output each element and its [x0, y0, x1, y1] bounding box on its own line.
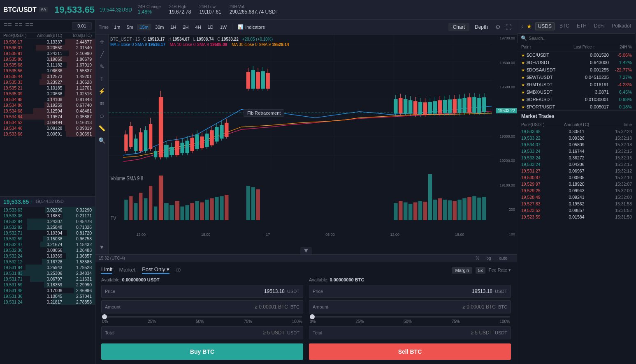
favorites-star[interactable]: ★ [527, 23, 532, 30]
bid-row[interactable]: 19,531.360.100452.57041 [0, 293, 95, 299]
buy-button[interactable]: Buy BTC [101, 343, 303, 360]
interval-4h[interactable]: 4H [193, 24, 204, 30]
buy-total-input[interactable] [125, 330, 285, 336]
trade-info-icon[interactable]: ⓘ [176, 267, 181, 273]
sell-pct-100[interactable]: 100% [499, 319, 510, 324]
sell-slider-thumb[interactable] [310, 314, 315, 319]
bid-row[interactable]: 19,533.630.022900.02290 [0, 207, 95, 213]
gear-icon[interactable]: ⚙ [493, 23, 503, 31]
emoji-tool[interactable]: ☺ [97, 111, 107, 121]
bid-row[interactable]: 19,532.120.167281.53585 [0, 259, 95, 265]
indicators-btn[interactable]: 📊 Indicators [235, 23, 268, 30]
interval-15m[interactable]: 15m [137, 24, 151, 30]
bid-row[interactable]: 19,531.830.253062.04834 [0, 270, 95, 276]
ob-icon-bids[interactable] [25, 23, 34, 29]
ob-icon-all[interactable] [3, 23, 12, 29]
tab-limit[interactable]: Limit [101, 266, 112, 274]
tab-post-only[interactable]: Post Only ▾ [142, 266, 169, 274]
interval-1d[interactable]: 1D [205, 24, 216, 30]
currency-tab-usds[interactable]: USDS [535, 22, 555, 30]
pair-list-item[interactable]: ★$CC/USDT0.001520-5.06% [517, 51, 636, 59]
currency-tab-polkadot[interactable]: Polkadot [609, 22, 634, 30]
bid-row[interactable]: 19,531.480.170062.46996 [0, 288, 95, 293]
ask-row[interactable]: 19,533.660.006910.00691 [0, 131, 95, 137]
currency-tab-eth[interactable]: ETH [574, 22, 589, 30]
tab-chart[interactable]: Chart [448, 23, 469, 31]
pair-list-item[interactable]: ★$DOSA/USDT0.001255-22.77% [517, 66, 636, 74]
bid-row[interactable]: 19,532.940.243070.45478 [0, 219, 95, 224]
tab-depth[interactable]: Depth [470, 23, 492, 31]
bid-row[interactable]: 19,531.710.067972.11631 [0, 276, 95, 282]
ask-row[interactable]: 19,535.440.125731.49201 [0, 74, 95, 79]
ask-row[interactable]: 19,535.560.066361.55837 [0, 68, 95, 74]
interval-5m[interactable]: 5m [124, 24, 136, 30]
buy-price-input[interactable] [125, 288, 285, 294]
bid-row[interactable]: 19,533.060.188810.21171 [0, 213, 95, 219]
crosshair-tool[interactable]: ✛ [97, 37, 107, 47]
ask-row[interactable]: 19,535.800.196601.86679 [0, 56, 95, 62]
buy-amount-input[interactable] [125, 304, 288, 310]
ask-row[interactable]: 19,535.090.206681.02516 [0, 91, 95, 97]
interval-30m[interactable]: 30m [152, 24, 167, 30]
pattern-tool[interactable]: ≋ [97, 99, 107, 108]
bid-row[interactable]: 19,531.940.259431.79528 [0, 265, 95, 270]
interval-1m[interactable]: 1m [111, 24, 123, 30]
buy-slider-thumb[interactable] [102, 314, 107, 319]
tab-market[interactable]: Market [119, 267, 135, 274]
depth-input[interactable] [72, 22, 92, 30]
buy-pct-75[interactable]: 75% [244, 319, 252, 324]
ask-row[interactable]: 19,535.680.111821.67019 [0, 62, 95, 68]
sell-pct-75[interactable]: 75% [452, 319, 460, 324]
draw-tool[interactable]: ✎ [97, 62, 107, 71]
ask-row[interactable]: 19,534.460.091280.09819 [0, 125, 95, 131]
draw-line-tool[interactable]: ╱ [97, 49, 107, 59]
zoom-in-tool[interactable]: 🔍 [97, 136, 107, 145]
sell-amount-input[interactable] [332, 304, 496, 310]
nav-arrow-left[interactable]: ‹ [521, 23, 523, 30]
pair-list-item[interactable]: ★$ORE/USDT0.010300010.98% [517, 96, 636, 103]
ask-row[interactable]: 19,534.980.141080.81848 [0, 97, 95, 102]
buy-pct-25[interactable]: 25% [148, 319, 156, 324]
buy-slider-track[interactable] [102, 316, 302, 318]
ask-row[interactable]: 19,535.330.239271.36628 [0, 79, 95, 85]
sell-pct-0[interactable]: 0% [310, 319, 316, 324]
interval-1h[interactable]: 1H [167, 24, 179, 30]
leverage-btn[interactable]: 5x [476, 267, 485, 274]
currency-tab-btc[interactable]: BTC [557, 22, 572, 30]
ask-row[interactable]: 19,536.170.133372.44877 [0, 39, 95, 45]
currency-tab-defi[interactable]: DeFi [592, 22, 607, 30]
buy-pct-100[interactable]: 100% [292, 319, 302, 324]
bid-row[interactable]: 19,531.590.183592.29990 [0, 282, 95, 288]
scroll-down-btn[interactable]: ▼ [300, 247, 312, 254]
ask-row[interactable]: 19,535.910.243112.10990 [0, 51, 95, 56]
pair-list-item[interactable]: ★$DFI/USDT0.6430001.42% [517, 59, 636, 66]
ask-row[interactable]: 19,535.210.101851.12701 [0, 85, 95, 91]
ask-row[interactable]: 19,534.520.064940.16313 [0, 120, 95, 125]
ask-row[interactable]: 19,534.680.125940.48481 [0, 108, 95, 114]
ask-row[interactable]: 19,536.070.205502.31540 [0, 45, 95, 51]
text-tool[interactable]: T [97, 74, 107, 84]
buy-pct-50[interactable]: 50% [196, 319, 204, 324]
sell-pct-50[interactable]: 50% [404, 319, 412, 324]
bid-row[interactable]: 19,532.240.103691.36857 [0, 253, 95, 259]
bid-row[interactable]: 19,532.360.080561.26488 [0, 247, 95, 253]
pair-list-item[interactable]: ★$HMT/USDT0.016191-4.23% [517, 81, 636, 88]
bid-row[interactable]: 19,532.710.103940.81720 [0, 230, 95, 236]
bid-row[interactable]: 19,532.470.216741.18432 [0, 242, 95, 247]
sell-pct-25[interactable]: 25% [355, 319, 364, 324]
fee-rate-btn[interactable]: Fee Rate ▾ [489, 267, 511, 273]
sell-slider-track[interactable] [310, 316, 510, 318]
interval-1w[interactable]: 1W [217, 24, 230, 30]
search-input[interactable] [529, 36, 632, 41]
pair-list-item[interactable]: ★$PORT/USDT0.0050170.18% [517, 103, 636, 111]
sell-total-input[interactable] [332, 330, 492, 336]
ask-row[interactable]: 19,534.860.192590.67740 [0, 102, 95, 108]
scroll-tool[interactable]: ▼ [97, 242, 107, 252]
bid-row[interactable]: 19,532.590.150380.96758 [0, 236, 95, 242]
bid-row[interactable]: 19,531.240.218172.78858 [0, 299, 95, 305]
sell-button[interactable]: Sell BTC [309, 343, 511, 360]
sell-price-input[interactable] [332, 288, 492, 294]
fib-tool[interactable]: ⚡ [97, 86, 107, 96]
pair-list-item[interactable]: ★$EWT/USDT0.045102357.27% [517, 74, 636, 81]
margin-btn[interactable]: Margin [452, 267, 472, 274]
